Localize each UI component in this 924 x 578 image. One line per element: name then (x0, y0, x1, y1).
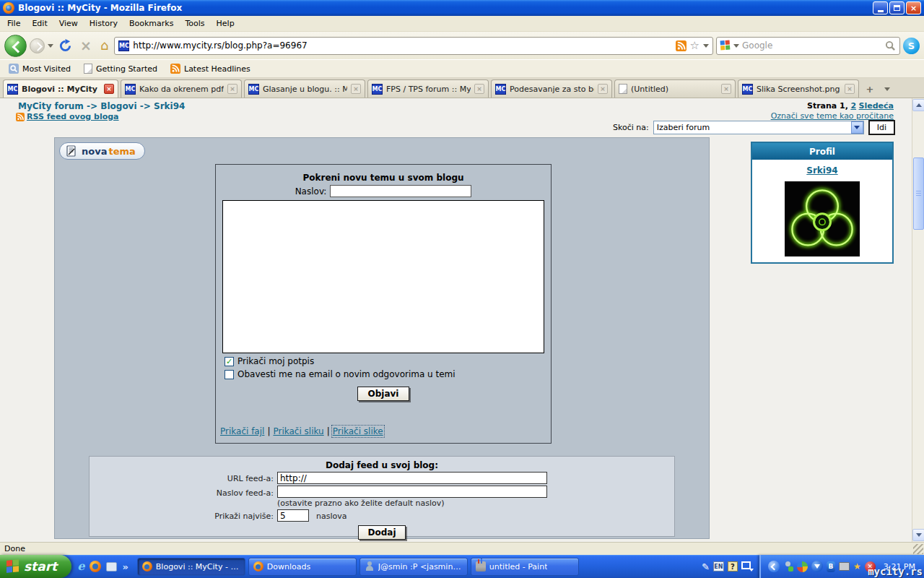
restore-toolbar[interactable] (741, 561, 754, 571)
tab-kako-da-okrenem[interactable]: MC Kako da okrenem pdf? :... × (121, 79, 242, 98)
reload-button[interactable] (56, 39, 74, 53)
close-button[interactable]: × (906, 1, 921, 14)
new-tab-button[interactable]: + (862, 82, 878, 96)
breadcrumb-user-link[interactable]: Srki94 (154, 101, 185, 111)
tab-untitled[interactable]: (Untitled) × (614, 79, 736, 98)
history-dropdown-icon[interactable] (48, 44, 53, 48)
vertical-scrollbar[interactable] (912, 98, 924, 542)
bookmark-latest-headlines[interactable]: Latest Headlines (165, 62, 256, 75)
next-page-link[interactable]: Sledeća (859, 101, 894, 111)
search-engine-dropdown-icon[interactable] (733, 44, 739, 48)
breadcrumb-blogovi-link[interactable]: Blogovi (100, 101, 136, 111)
attach-image-link[interactable]: Prikači sliku (273, 426, 323, 436)
home-button[interactable]: ⌂ (97, 39, 111, 52)
signature-checkbox[interactable] (225, 357, 234, 366)
msn-icon[interactable] (797, 561, 808, 572)
tab-close-icon[interactable]: × (104, 84, 114, 94)
scroll-down-icon[interactable] (912, 529, 924, 541)
url-bar[interactable]: MC http://www.mycity.rs/blog.php?a=96967… (114, 37, 713, 55)
menu-edit[interactable]: Edit (26, 17, 53, 30)
email-checkbox[interactable] (225, 370, 234, 379)
rss-feed-icon[interactable] (676, 40, 687, 51)
pen-icon[interactable] (702, 562, 710, 571)
internet-explorer-icon[interactable] (77, 561, 84, 572)
attach-images-link[interactable]: Prikači slike (333, 426, 383, 436)
taskbar-tools: EN (702, 561, 759, 571)
display-icon[interactable] (839, 562, 850, 571)
feed-max-input[interactable] (277, 509, 309, 522)
new-topic-button[interactable]: nova tema (59, 142, 145, 160)
language-icon[interactable]: EN (713, 561, 724, 571)
show-desktop-icon[interactable] (106, 562, 117, 571)
bookmark-star-icon[interactable]: ☆ (690, 40, 699, 51)
tab-close-icon[interactable]: × (598, 84, 608, 94)
skype-icon[interactable] (903, 38, 920, 54)
page-2-link[interactable]: 2 (850, 101, 856, 111)
scroll-up-icon[interactable] (912, 99, 924, 111)
menu-view[interactable]: View (53, 17, 84, 30)
wand-icon[interactable] (853, 562, 861, 571)
menu-bookmarks[interactable]: Bookmarks (123, 17, 179, 30)
menu-tools[interactable]: Tools (179, 17, 210, 30)
publish-button[interactable]: Objavi (357, 387, 410, 401)
firefox-quicklaunch-icon[interactable] (90, 561, 101, 572)
task-button-label: J@smin :P <jasmin.8... (378, 562, 463, 571)
tab-close-icon[interactable]: × (721, 84, 731, 94)
search-input[interactable] (742, 40, 882, 51)
quicklaunch-expand-icon[interactable]: » (122, 561, 128, 572)
message-textarea[interactable] (222, 200, 544, 353)
breadcrumb-forum-link[interactable]: MyCity forum (18, 101, 84, 111)
taskbar-button-downloads[interactable]: Downloads (248, 558, 357, 576)
feed-url-input[interactable] (277, 472, 547, 484)
tab-close-icon[interactable]: × (227, 84, 237, 94)
hide-icons-icon[interactable] (768, 561, 780, 572)
menu-history[interactable]: History (84, 17, 123, 30)
forum-select[interactable]: Izaberi forum (653, 121, 864, 134)
task-button-label: Downloads (267, 562, 310, 571)
back-button[interactable] (4, 35, 27, 57)
taskbar-button-firefox[interactable]: Blogovi :: MyCity - M... (137, 558, 245, 576)
rss-icon (170, 64, 180, 74)
scrollbar-thumb[interactable] (913, 158, 924, 230)
taskbar-button-paint[interactable]: untitled - Paint (471, 558, 579, 576)
list-all-tabs-icon[interactable] (879, 82, 895, 96)
tab-close-icon[interactable]: × (474, 84, 484, 94)
search-bar[interactable] (716, 37, 900, 55)
select-dropdown-icon[interactable] (851, 121, 863, 134)
messenger-status-icon[interactable] (783, 561, 793, 571)
help-icon[interactable] (728, 561, 738, 571)
stop-button[interactable]: × (77, 39, 95, 53)
tab-fps-tps-forum[interactable]: MC FPS / TPS forum :: MyCi... × (367, 79, 489, 98)
naslov-input[interactable] (330, 185, 471, 197)
tab-slika-screenshot[interactable]: MC Slika Screenshot.png × (738, 79, 859, 98)
forward-button[interactable] (30, 38, 45, 53)
resize-grip[interactable] (913, 544, 923, 554)
menu-file[interactable]: File (1, 17, 26, 30)
mc-favicon: MC (742, 84, 753, 95)
taskbar-button-messenger[interactable]: J@smin :P <jasmin.8... (359, 558, 468, 576)
minimize-button[interactable] (873, 1, 888, 14)
feed-title-input[interactable] (277, 486, 547, 498)
bookmark-most-visited[interactable]: Most Visited (3, 62, 77, 75)
urlbar-dropdown-icon[interactable] (703, 44, 709, 48)
tab-close-icon[interactable]: × (351, 84, 361, 94)
email-check-row: Obavesti me na email o novim odgovorima … (225, 369, 551, 379)
go-button[interactable]: Idi (868, 120, 895, 135)
rss-feed-link[interactable]: RSS feed ovog bloga (27, 112, 119, 121)
add-feed-button[interactable]: Dodaj (358, 525, 405, 540)
bluetooth-icon[interactable] (827, 561, 835, 572)
attach-file-link[interactable]: Prikači fajl (220, 426, 264, 436)
pagination-current: Strana 1, (807, 101, 848, 111)
restore-button[interactable] (889, 1, 905, 14)
search-icon[interactable] (885, 40, 896, 51)
bookmark-getting-started[interactable]: Getting Started (78, 62, 163, 75)
tab-blogovi[interactable]: MC Blogovi :: MyCity × (3, 79, 118, 98)
tab-podesavanje[interactable]: MC Podesavanje za sto bolj... × (491, 79, 612, 98)
tab-close-icon[interactable]: × (845, 84, 855, 94)
url-text[interactable]: http://www.mycity.rs/blog.php?a=96967 (133, 40, 671, 51)
download-tray-icon[interactable] (811, 561, 823, 572)
tab-glasanje[interactable]: MC Glasanje u blogu. :: My... × (244, 79, 365, 98)
menu-help[interactable]: Help (211, 17, 240, 30)
start-button[interactable]: start (0, 555, 71, 578)
profile-username-link[interactable]: Srki94 (806, 165, 837, 176)
